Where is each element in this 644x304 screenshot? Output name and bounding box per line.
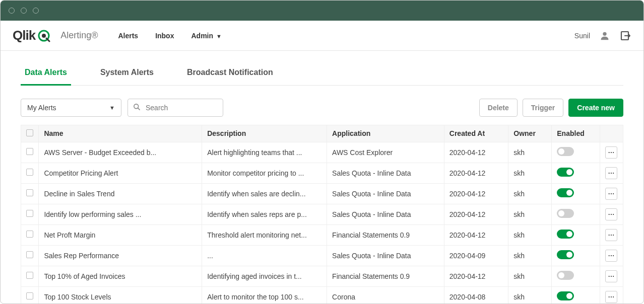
chevron-down-icon: ▼ <box>109 105 115 111</box>
row-checkbox[interactable] <box>26 251 33 258</box>
traffic-light-close[interactable] <box>9 8 15 14</box>
cell-name[interactable]: AWS Server - Budget Exceeded b... <box>39 142 202 163</box>
logo-mark-icon <box>37 29 50 42</box>
chevron-down-icon: ▼ <box>216 33 222 39</box>
cell-owner: skh <box>508 183 552 204</box>
cell-application: Financial Statements 0.9 <box>327 224 444 245</box>
logout-icon[interactable] <box>619 30 631 42</box>
filter-dropdown[interactable]: My Alerts ▼ <box>21 99 121 117</box>
row-actions-button[interactable]: ··· <box>605 208 617 220</box>
alerts-table: Name Description Application Created At … <box>21 125 623 305</box>
table-row: AWS Server - Budget Exceeded b...Alert h… <box>21 142 623 163</box>
row-checkbox[interactable] <box>26 292 33 299</box>
user-name: Sunil <box>574 32 590 40</box>
nav-inbox[interactable]: Inbox <box>155 32 174 40</box>
row-actions-button[interactable]: ··· <box>605 291 617 303</box>
enabled-toggle[interactable] <box>557 147 574 156</box>
window-titlebar <box>1 1 643 21</box>
col-header-description[interactable]: Description <box>202 125 327 142</box>
content-area: Data Alerts System Alerts Broadcast Noti… <box>1 51 643 304</box>
header-right: Sunil <box>574 30 631 42</box>
col-header-owner[interactable]: Owner <box>508 125 552 142</box>
cell-created-at: 2020-04-12 <box>444 183 508 204</box>
tab-data-alerts[interactable]: Data Alerts <box>21 63 71 86</box>
delete-button[interactable]: Delete <box>479 99 518 117</box>
cell-application: Sales Quota - Inline Data <box>327 204 444 224</box>
search-icon <box>133 103 141 112</box>
svg-line-2 <box>46 38 49 41</box>
enabled-toggle[interactable] <box>557 291 574 300</box>
cell-application: Corona <box>327 286 444 304</box>
cell-description: ... <box>202 245 327 266</box>
cell-description: Identify when sales reps are p... <box>202 204 327 224</box>
row-checkbox[interactable] <box>26 189 33 196</box>
cell-name[interactable]: Competitor Pricing Alert <box>39 163 202 183</box>
row-actions-button[interactable]: ··· <box>605 167 617 179</box>
user-avatar-icon[interactable] <box>599 30 610 41</box>
create-new-button[interactable]: Create new <box>568 99 623 117</box>
nav-alerts[interactable]: Alerts <box>118 32 138 40</box>
cell-name[interactable]: Net Proft Margin <box>39 224 202 245</box>
app-header: Qlik Alerting® Alerts Inbox Admin ▼ Suni… <box>1 21 643 51</box>
row-actions-button[interactable]: ··· <box>605 250 617 262</box>
row-checkbox[interactable] <box>26 169 33 176</box>
trigger-button[interactable]: Trigger <box>523 99 563 117</box>
cell-name[interactable]: Sales Rep Performance <box>39 245 202 266</box>
cell-owner: skh <box>508 163 552 183</box>
col-header-created-at[interactable]: Created At <box>444 125 508 142</box>
row-actions-button[interactable]: ··· <box>605 229 617 241</box>
cell-name[interactable]: Identify low performing sales ... <box>39 204 202 224</box>
cell-application: AWS Cost Explorer <box>327 142 444 163</box>
cell-name[interactable]: Top 10% of Aged Invoices <box>39 266 202 286</box>
cell-owner: skh <box>508 286 552 304</box>
row-checkbox[interactable] <box>26 210 33 217</box>
row-actions-button[interactable]: ··· <box>605 188 617 200</box>
cell-owner: skh <box>508 245 552 266</box>
cell-description: Identifying aged invoices in t... <box>202 266 327 286</box>
row-checkbox[interactable] <box>26 148 33 155</box>
cell-application: Sales Quota - Inline Data <box>327 245 444 266</box>
enabled-toggle[interactable] <box>557 250 574 259</box>
svg-point-1 <box>42 34 46 38</box>
enabled-toggle[interactable] <box>557 168 574 177</box>
filter-dropdown-label: My Alerts <box>27 104 56 112</box>
row-checkbox[interactable] <box>26 231 33 238</box>
enabled-toggle[interactable] <box>557 188 574 197</box>
cell-created-at: 2020-04-12 <box>444 204 508 224</box>
brand-logo: Qlik <box>13 28 50 43</box>
cell-created-at: 2020-04-12 <box>444 163 508 183</box>
col-header-application[interactable]: Application <box>327 125 444 142</box>
row-actions-button[interactable]: ··· <box>605 146 617 159</box>
tab-broadcast[interactable]: Broadcast Notification <box>183 63 277 85</box>
enabled-toggle[interactable] <box>557 230 574 239</box>
sub-tabs: Data Alerts System Alerts Broadcast Noti… <box>21 63 623 86</box>
cell-created-at: 2020-04-12 <box>444 266 508 286</box>
enabled-toggle[interactable] <box>557 209 574 218</box>
cell-owner: skh <box>508 204 552 224</box>
row-checkbox[interactable] <box>26 272 33 279</box>
table-row: Identify low performing sales ...Identif… <box>21 204 623 224</box>
cell-owner: skh <box>508 142 552 163</box>
tab-system-alerts[interactable]: System Alerts <box>96 63 158 85</box>
cell-created-at: 2020-04-09 <box>444 245 508 266</box>
main-nav: Alerts Inbox Admin ▼ <box>118 32 221 40</box>
cell-description: Threshold alert monitoring net... <box>202 224 327 245</box>
nav-admin-label: Admin <box>191 32 213 40</box>
table-header-row: Name Description Application Created At … <box>21 125 623 142</box>
nav-admin[interactable]: Admin ▼ <box>191 32 221 40</box>
col-header-enabled[interactable]: Enabled <box>552 125 600 142</box>
select-all-checkbox[interactable] <box>26 129 33 136</box>
cell-description: Identify when sales are declin... <box>202 183 327 204</box>
col-header-name[interactable]: Name <box>39 125 202 142</box>
search-box[interactable] <box>127 99 223 117</box>
table-row: Net Proft MarginThreshold alert monitori… <box>21 224 623 245</box>
cell-application: Sales Quota - Inline Data <box>327 163 444 183</box>
enabled-toggle[interactable] <box>557 271 574 280</box>
cell-name[interactable]: Top 100 Stock Levels <box>39 286 202 304</box>
table-row: Decline in Sales TrendIdentify when sale… <box>21 183 623 204</box>
row-actions-button[interactable]: ··· <box>605 270 617 282</box>
traffic-light-zoom[interactable] <box>33 8 39 14</box>
traffic-light-minimize[interactable] <box>21 8 27 14</box>
search-input[interactable] <box>145 103 235 112</box>
cell-name[interactable]: Decline in Sales Trend <box>39 183 202 204</box>
